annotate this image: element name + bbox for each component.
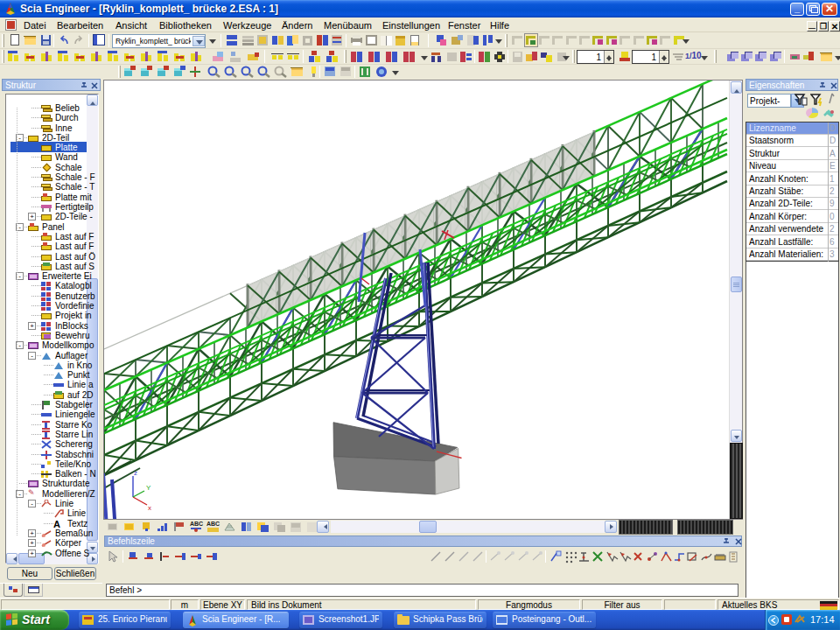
- svg-text:Y: Y: [146, 484, 151, 492]
- svg-text:z: z: [134, 469, 137, 477]
- svg-text:x: x: [148, 504, 151, 512]
